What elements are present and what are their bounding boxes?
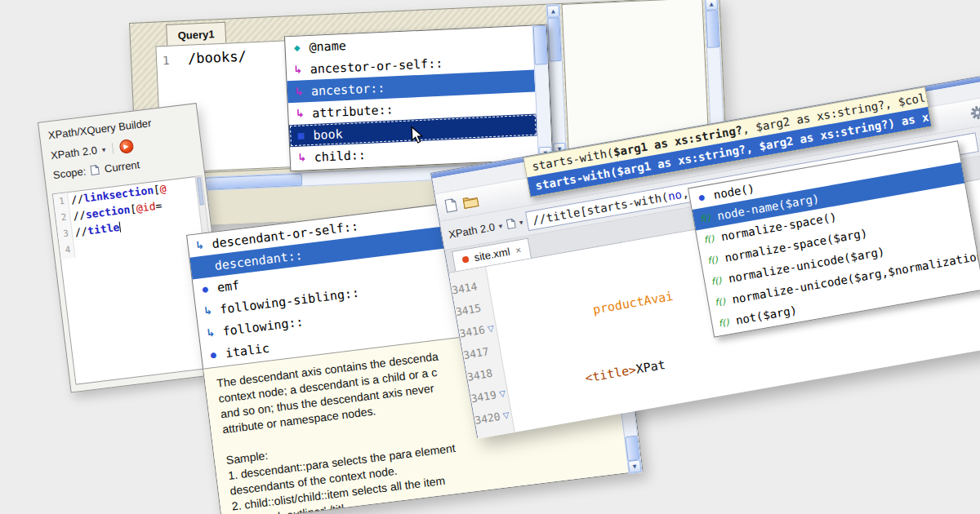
completion-popup: ◆ @name ↳ ancestor-or-self:: ↳ ancestor:… <box>284 24 553 171</box>
line-number: 1 <box>53 193 69 210</box>
chevron-down-icon[interactable]: ▾ <box>101 145 106 153</box>
completion-label: node() <box>713 181 756 202</box>
new-file-icon[interactable] <box>444 197 458 213</box>
axis-icon: ↳ <box>193 238 207 252</box>
completion-label: italic <box>225 340 270 360</box>
line-number: 3 <box>57 225 74 243</box>
query-code-text: /books/ <box>188 48 247 67</box>
scroll-track[interactable] <box>535 64 552 148</box>
function-icon: f() <box>716 317 731 330</box>
xpath-version-select[interactable]: XPath 2.0 <box>448 220 496 241</box>
node-icon: ● <box>694 192 708 202</box>
line-number: 1 <box>163 54 170 67</box>
axis-icon: ↳ <box>203 326 218 339</box>
toolbar-separator <box>111 143 114 154</box>
function-icon: f() <box>698 212 713 225</box>
line-number: 4 <box>59 241 75 259</box>
completion-label: book <box>313 126 343 143</box>
axis-icon: ↳ <box>195 260 210 274</box>
document-icon <box>90 164 100 175</box>
open-folder-icon[interactable] <box>462 194 479 209</box>
execute-button[interactable]: ▶ <box>118 139 134 154</box>
scope-label: Scope: <box>52 165 87 181</box>
chevron-down-icon[interactable]: ▾ <box>498 221 503 230</box>
document-icon[interactable] <box>506 218 516 230</box>
scroll-thumb[interactable] <box>197 177 204 205</box>
gear-icon[interactable] <box>969 104 980 121</box>
element-icon: ● <box>207 350 220 360</box>
function-icon: f() <box>713 295 728 308</box>
function-icon: f() <box>702 233 716 246</box>
scope-value[interactable]: Current <box>104 158 140 175</box>
scroll-thumb[interactable] <box>625 436 640 462</box>
scroll-thumb[interactable] <box>196 174 303 191</box>
completion-label: child:: <box>314 148 366 165</box>
completion-label: ancestor:: <box>311 80 385 98</box>
attribute-icon: ◆ <box>290 42 303 52</box>
axis-icon: ↳ <box>295 151 309 164</box>
scroll-thumb[interactable] <box>706 10 719 48</box>
function-icon: f() <box>709 274 724 287</box>
tab-label: site.xml <box>474 246 511 264</box>
xpath-version-select[interactable]: XPath 2.0 <box>50 144 98 162</box>
function-icon: f() <box>706 254 720 267</box>
completion-label: emf <box>216 277 240 295</box>
completion-label: ancestor-or-self:: <box>310 55 443 76</box>
element-icon: ● <box>198 284 212 294</box>
scroll-thumb[interactable] <box>533 25 548 65</box>
line-number: 2 <box>55 209 71 227</box>
scroll-down-icon[interactable]: ▼ <box>628 459 642 473</box>
axis-icon: ↳ <box>292 85 306 98</box>
axis-icon: ↳ <box>201 304 216 318</box>
modified-indicator-icon <box>461 255 469 263</box>
close-icon[interactable]: × <box>514 246 522 255</box>
mouse-cursor-icon <box>410 126 424 144</box>
scroll-track[interactable] <box>550 61 566 144</box>
text-caret <box>118 222 121 233</box>
axis-icon: ↳ <box>293 107 307 120</box>
scroll-thumb[interactable] <box>547 17 561 62</box>
completion-label: @name <box>309 38 346 54</box>
chevron-down-icon[interactable]: ▾ <box>519 218 523 227</box>
scroll-up-icon[interactable]: ▲ <box>547 5 560 18</box>
axis-icon: ↳ <box>291 63 305 76</box>
promo-canvas: Query1 1 /books/ ▲ ▼ ▲ ▼ ◀ ▶ Tag <box>0 0 980 514</box>
scroll-up-icon[interactable]: ▲ <box>705 0 718 11</box>
completion-label: attribute:: <box>312 102 394 120</box>
element-icon: ■ <box>294 131 307 140</box>
